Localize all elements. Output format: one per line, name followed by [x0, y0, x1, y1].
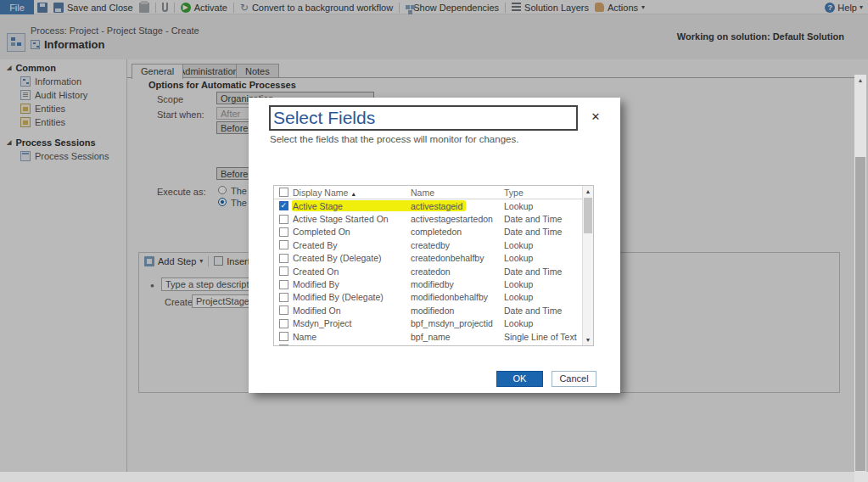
- cell-name: modifiedby: [411, 279, 504, 289]
- cell-name: modifiedonbehalfby: [411, 292, 504, 302]
- fields-table: Display Name▲ Name Type Active Stage act…: [273, 185, 594, 346]
- cell-name: createdonbehalfby: [411, 253, 504, 263]
- cell-type: Single Line of Text: [504, 332, 582, 342]
- scroll-up-icon[interactable]: ▲: [583, 186, 593, 197]
- table-row[interactable]: Active Stage Started On activestagestart…: [274, 212, 582, 225]
- table-row[interactable]: Active Stage activestageid Lookup: [274, 199, 582, 212]
- cell-display-name: Msdyn_Project: [293, 318, 411, 328]
- field-checkbox[interactable]: [279, 332, 288, 341]
- cell-type: Lookup: [504, 201, 582, 211]
- field-checkbox[interactable]: [279, 293, 288, 302]
- field-checkbox[interactable]: [279, 280, 288, 289]
- table-row[interactable]: Modified By modifiedby Lookup: [274, 277, 582, 290]
- select-all-checkbox[interactable]: [279, 188, 288, 197]
- main-vertical-scrollbar[interactable]: ▲: [854, 75, 866, 472]
- table-row[interactable]: Name bpf_name Single Line of Text: [274, 330, 582, 343]
- field-checkbox[interactable]: [279, 254, 288, 263]
- close-icon[interactable]: ✕: [589, 110, 602, 124]
- select-fields-dialog: Select Fields ✕ Select the fields that t…: [249, 98, 620, 393]
- cell-display-name: Active Stage: [293, 201, 411, 211]
- table-row[interactable]: Created By (Delegate) createdonbehalfby …: [274, 252, 582, 265]
- field-checkbox[interactable]: [279, 215, 288, 224]
- field-checkbox[interactable]: [279, 240, 288, 249]
- cell-type: Lookup: [504, 253, 582, 263]
- crm-process-window: File Save and Close ▶Activate ↻Convert t…: [0, 0, 868, 482]
- cell-display-name: Modified By: [293, 279, 411, 289]
- cell-display-name: Active Stage Started On: [293, 214, 411, 224]
- field-checkbox[interactable]: [279, 319, 288, 328]
- column-header-name[interactable]: Name: [411, 188, 504, 198]
- cell-display-name: Name: [293, 332, 411, 342]
- field-rows: Active Stage activestageid Lookup Active…: [274, 199, 582, 345]
- table-row[interactable]: Completed On completedon Date and Time: [274, 226, 582, 238]
- cell-name: activestageid: [411, 201, 504, 211]
- field-checkbox[interactable]: [279, 266, 288, 276]
- cell-display-name: Modified On: [293, 305, 411, 316]
- cell-type: Date and Time: [504, 266, 582, 277]
- main-horizontal-scrollbar[interactable]: [0, 472, 854, 482]
- cell-type: Date and Time: [504, 214, 582, 224]
- cell-name: activestagestartedon: [411, 214, 504, 224]
- scroll-down-icon[interactable]: ▼: [583, 334, 593, 345]
- table-row[interactable]: Modified On modifiedon Date and Time: [274, 304, 582, 317]
- field-checkbox[interactable]: [279, 345, 288, 345]
- cell-type: Date and Time: [504, 227, 582, 237]
- table-row[interactable]: Created On createdon Date and Time: [274, 265, 582, 277]
- cancel-button[interactable]: Cancel: [552, 371, 596, 387]
- cell-type: Date and Time: [504, 305, 582, 316]
- ok-button[interactable]: OK: [496, 371, 543, 387]
- scroll-up-icon[interactable]: ▲: [854, 75, 866, 86]
- cell-name: bpf_name: [411, 332, 504, 342]
- dialog-description: Select the fields that the process will …: [270, 134, 518, 144]
- table-row[interactable]: [274, 343, 582, 345]
- table-row[interactable]: Msdyn_Project bpf_msdyn_projectid Lookup: [274, 317, 582, 330]
- table-row[interactable]: Modified By (Delegate) modifiedonbehalfb…: [274, 291, 582, 304]
- scrollbar-thumb[interactable]: [855, 157, 865, 471]
- dialog-title: Select Fields: [269, 105, 578, 131]
- cell-display-name: Created By (Delegate): [293, 253, 411, 263]
- cell-name: completedon: [411, 227, 504, 237]
- column-label: Type: [504, 188, 524, 198]
- cell-display-name: Created On: [293, 266, 411, 277]
- field-checkbox[interactable]: [279, 227, 288, 237]
- cell-display-name: Modified By (Delegate): [293, 292, 411, 302]
- cell-name: modifiedon: [411, 305, 504, 316]
- column-label: Name: [411, 188, 434, 198]
- column-header-type[interactable]: Type: [504, 188, 593, 198]
- table-scrollbar[interactable]: ▲ ▼: [582, 186, 593, 345]
- cell-name: createdon: [411, 266, 504, 277]
- table-header: Display Name▲ Name Type: [274, 186, 593, 199]
- table-row[interactable]: Created By createdby Lookup: [274, 238, 582, 251]
- scrollbar-corner: [854, 472, 868, 482]
- cell-type: Lookup: [504, 279, 582, 289]
- cell-display-name: Completed On: [293, 227, 411, 237]
- scrollbar-thumb[interactable]: [584, 198, 592, 233]
- cell-display-name: Created By: [293, 240, 411, 250]
- cell-name: createdby: [411, 240, 504, 250]
- cell-type: Lookup: [504, 292, 582, 302]
- column-label: Display Name: [293, 188, 348, 198]
- sort-asc-icon: ▲: [350, 191, 356, 197]
- field-checkbox[interactable]: [279, 201, 288, 210]
- field-checkbox[interactable]: [279, 305, 288, 315]
- cell-type: Lookup: [504, 240, 582, 250]
- cell-type: Lookup: [504, 318, 582, 328]
- column-header-display-name[interactable]: Display Name▲: [293, 188, 411, 198]
- cell-name: bpf_msdyn_projectid: [411, 318, 504, 328]
